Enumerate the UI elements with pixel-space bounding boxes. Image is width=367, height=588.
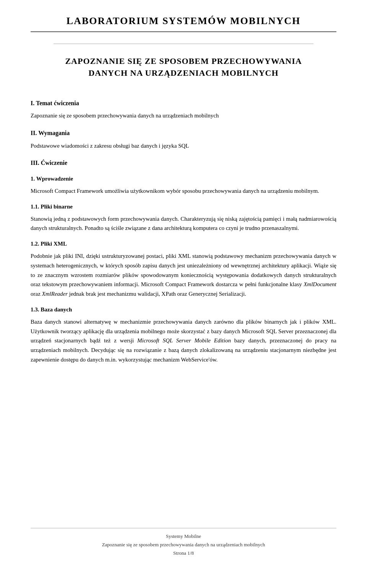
section-wprowadzenie-body: Microsoft Compact Framework umożliwia uż… <box>31 186 336 196</box>
pliki-xml-italic1: XmlDocument <box>304 281 336 287</box>
section-temat-heading: I. Temat ćwiczenia <box>31 98 336 108</box>
footer-line3: Strona 1/8 <box>31 549 336 557</box>
content-area: I. Temat ćwiczenia Zapoznanie się ze spo… <box>31 91 336 516</box>
section-temat-body: Zapoznanie się ze sposobem przechowywani… <box>31 111 336 121</box>
pliki-xml-text1: Podobnie jak pliki INI, dzięki ustruktur… <box>31 253 336 287</box>
footer-line2: Zapoznanie się ze sposobem przechowywani… <box>31 541 336 549</box>
section-pliki-xml-heading: 1.2. Pliki XML <box>31 239 336 248</box>
section-wymagania-body: Podstawowe wiadomości z zakresu obsługi … <box>31 141 336 151</box>
pliki-xml-text2: oraz <box>31 291 42 297</box>
main-title-block: Zapoznanie się ze sposobem przechowywani… <box>31 55 336 79</box>
section-pliki-binarne-body: Stanowią jedną z podstawowych form przec… <box>31 214 336 233</box>
section-baza-danych-body: Baza danych stanowi alternatywę w mechan… <box>31 317 336 365</box>
section-pliki-binarne-heading: 1.1. Pliki binarne <box>31 202 336 211</box>
header-title: Laboratorium Systemów Mobilnych <box>67 15 300 26</box>
section-baza-danych-heading: 1.3. Baza danych <box>31 305 336 314</box>
page-container: Laboratorium Systemów Mobilnych Zapoznan… <box>0 0 367 588</box>
pliki-xml-italic2: XmlReader <box>42 291 68 297</box>
header-divider <box>54 44 313 44</box>
section-wymagania-heading: II. Wymagania <box>31 128 336 138</box>
baza-italic1: Microsoft SQL Server Mobile Edition <box>137 337 231 344</box>
pliki-xml-text3: jednak brak jest mechanizmu walidacji, X… <box>68 291 246 297</box>
page-header: Laboratorium Systemów Mobilnych <box>31 15 336 32</box>
footer-line1: Systemy Mobilne <box>31 532 336 541</box>
section-pliki-xml-body: Podobnie jak pliki INI, dzięki ustruktur… <box>31 251 336 299</box>
page-footer: Systemy Mobilne Zapoznanie się ze sposob… <box>31 528 336 557</box>
main-title-text: Zapoznanie się ze sposobem przechowywani… <box>31 55 336 79</box>
section-cwiczenie-heading: III. Ćwiczenie <box>31 158 336 168</box>
section-wprowadzenie-heading: 1. Wprowadzenie <box>31 174 336 183</box>
